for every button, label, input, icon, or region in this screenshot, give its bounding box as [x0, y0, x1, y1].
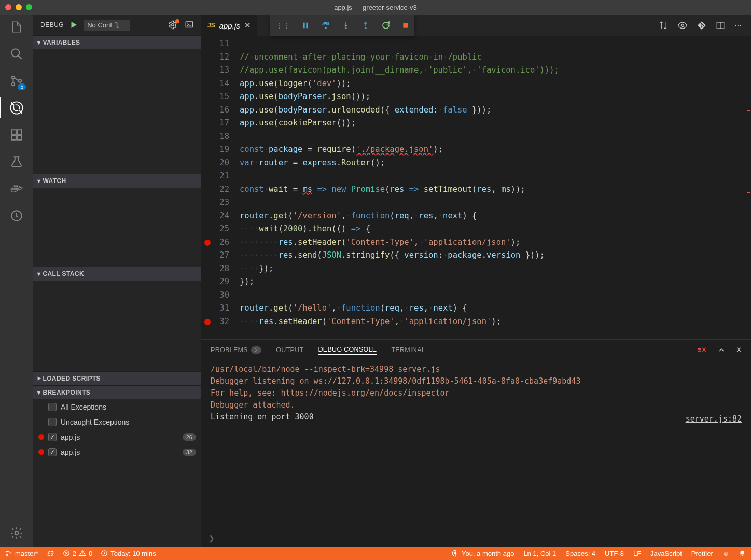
svg-point-2	[12, 83, 15, 86]
breakpoint-item[interactable]: Uncaught Exceptions	[33, 414, 201, 429]
more-icon[interactable]: ⋯	[734, 21, 742, 30]
svg-rect-7	[11, 135, 16, 140]
split-icon[interactable]	[716, 21, 725, 30]
stop-icon[interactable]	[402, 22, 409, 29]
gear-icon[interactable]	[168, 20, 177, 30]
svg-point-21	[325, 27, 326, 28]
feedback-icon[interactable]: ☺	[722, 550, 729, 557]
svg-point-0	[11, 49, 19, 57]
svg-point-22	[345, 27, 346, 29]
svg-rect-8	[17, 135, 22, 140]
svg-point-25	[682, 24, 684, 27]
branch-status[interactable]: master*	[5, 550, 38, 557]
errors-status[interactable]: 2 0	[63, 550, 92, 557]
compare-icon[interactable]	[659, 21, 668, 30]
tab-output[interactable]: OUTPUT	[276, 346, 303, 354]
extensions-icon[interactable]	[9, 128, 24, 142]
encoding-status[interactable]: UTF-8	[605, 550, 624, 557]
minimap-error-marker[interactable]	[747, 192, 750, 193]
explorer-icon[interactable]	[9, 20, 24, 34]
window-title: app.js — greeter-service-v3	[334, 4, 417, 11]
svg-rect-14	[16, 186, 18, 187]
svg-rect-6	[11, 130, 16, 134]
svg-rect-20	[306, 23, 308, 29]
tab-label: app.js	[219, 21, 240, 30]
svg-point-23	[365, 27, 366, 29]
svg-point-3	[19, 79, 21, 82]
breakpoint-item[interactable]: app.js32	[33, 444, 201, 459]
svg-point-17	[172, 24, 174, 26]
git-icon[interactable]	[697, 21, 706, 30]
js-file-icon: JS	[207, 22, 215, 29]
search-icon[interactable]	[9, 47, 24, 61]
tab-terminal[interactable]: TERMINAL	[391, 346, 425, 354]
clear-icon[interactable]: ≡✕	[698, 346, 707, 354]
language-status[interactable]: JavaScript	[650, 550, 682, 557]
settings-icon[interactable]	[9, 526, 24, 540]
svg-rect-19	[303, 23, 305, 29]
scm-icon[interactable]: 5	[9, 74, 24, 88]
loaded-scripts-section-header[interactable]: ▾LOADED SCRIPTS	[33, 372, 201, 385]
activity-bar: 5	[0, 15, 33, 547]
svg-rect-24	[403, 23, 408, 27]
debug-console-toggle-icon[interactable]	[185, 20, 194, 30]
prettier-status[interactable]: Prettier	[691, 550, 713, 557]
restart-icon[interactable]	[381, 21, 391, 30]
svg-point-1	[12, 76, 15, 79]
bell-icon[interactable]	[739, 550, 746, 557]
sidebar-title: DEBUG	[40, 21, 64, 29]
spaces-status[interactable]: Spaces: 4	[565, 550, 595, 557]
tab-app-js[interactable]: JS app.js ✕	[201, 15, 258, 36]
start-debug-icon[interactable]	[69, 20, 78, 30]
git-blame-status[interactable]: You, a month ago	[452, 550, 514, 557]
variables-section-header[interactable]: ▾VARIABLES	[33, 36, 201, 49]
titlebar: app.js — greeter-service-v3	[0, 0, 751, 15]
statusbar: master* 2 0 Today: 10 mins You, a month …	[0, 547, 751, 560]
svg-rect-13	[14, 186, 16, 187]
tab-debug-console[interactable]: DEBUG CONSOLE	[318, 346, 377, 355]
svg-point-28	[6, 554, 7, 555]
debug-config-dropdown[interactable]: No Conf ⇅	[84, 20, 129, 31]
editor-tabs: JS app.js ✕ ⋮⋮	[201, 15, 751, 36]
cursor-position[interactable]: Ln 1, Col 1	[523, 550, 556, 557]
step-into-icon[interactable]	[342, 21, 350, 30]
breakpoint-item[interactable]: All Exceptions	[33, 399, 201, 414]
beaker-icon[interactable]	[9, 155, 24, 169]
window-close-icon[interactable]	[5, 4, 11, 10]
source-link[interactable]: server.js:82	[686, 413, 742, 425]
close-icon[interactable]: ✕	[244, 21, 251, 30]
debug-icon[interactable]	[9, 101, 24, 115]
callstack-section-header[interactable]: ▾CALL STACK	[33, 267, 201, 281]
window-maximize-icon[interactable]	[26, 4, 32, 10]
tab-problems[interactable]: PROBLEMS2	[211, 346, 261, 354]
debug-console-output[interactable]: server.js:82 /usr/local/bin/node --inspe…	[201, 360, 751, 529]
drag-handle-icon[interactable]: ⋮⋮	[275, 21, 290, 30]
pause-icon[interactable]	[301, 21, 310, 30]
sync-icon[interactable]	[47, 550, 54, 557]
svg-rect-9	[17, 130, 22, 134]
debug-console-input[interactable]: ❯	[201, 529, 751, 547]
scm-badge: 5	[18, 83, 26, 90]
svg-point-27	[6, 551, 7, 552]
collapse-icon[interactable]	[717, 346, 726, 354]
eye-icon[interactable]	[677, 20, 688, 31]
bottom-panel: PROBLEMS2 OUTPUT DEBUG CONSOLE TERMINAL …	[201, 339, 751, 547]
eol-status[interactable]: LF	[633, 550, 641, 557]
code-editor[interactable]: //·uncomment·after·placing·your·favicon·…	[240, 36, 751, 339]
minimap-error-marker[interactable]	[747, 110, 750, 111]
step-out-icon[interactable]	[361, 21, 370, 30]
debug-sidebar: DEBUG No Conf ⇅ ▾VARIABLES ▾WATCH ▾CALL …	[33, 15, 201, 547]
gitlens-icon[interactable]	[9, 208, 24, 223]
docker-icon[interactable]	[9, 181, 24, 196]
window-minimize-icon[interactable]	[16, 4, 22, 10]
debug-toolbar: ⋮⋮	[270, 15, 414, 36]
svg-point-16	[15, 531, 19, 535]
breakpoint-item[interactable]: app.js26	[33, 429, 201, 444]
close-panel-icon[interactable]: ✕	[736, 346, 742, 354]
breakpoints-section-header[interactable]: ▾BREAKPOINTS	[33, 386, 201, 399]
watch-section-header[interactable]: ▾WATCH	[33, 174, 201, 188]
step-over-icon[interactable]	[321, 21, 330, 30]
clock-status[interactable]: Today: 10 mins	[101, 550, 156, 557]
line-gutter[interactable]: 1112131415161718192021222324252627282930…	[201, 36, 240, 339]
